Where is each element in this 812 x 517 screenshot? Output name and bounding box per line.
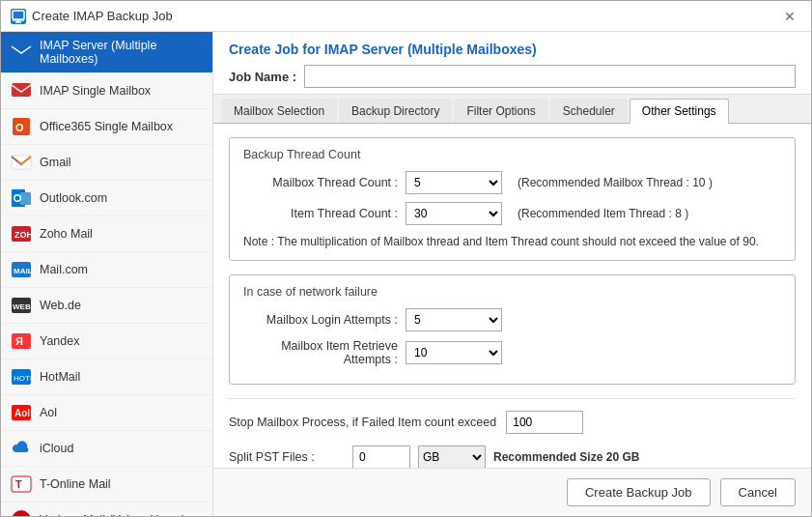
- close-button[interactable]: ✕: [778, 5, 801, 28]
- svg-rect-10: [20, 192, 31, 205]
- aol-icon: Aol: [11, 402, 32, 423]
- item-thread-row: Item Thread Count : 30 5 10 15 20 25 35 …: [243, 202, 781, 225]
- svg-text:Я: Я: [15, 335, 23, 347]
- network-section: In case of network failure Mailbox Login…: [229, 274, 796, 385]
- split-pst-row: Split PST Files : GB MB Recommended Size…: [229, 445, 796, 468]
- svg-text:WEB: WEB: [13, 302, 31, 311]
- svg-rect-8: [12, 156, 31, 169]
- login-attempts-label: Mailbox Login Attempts :: [243, 313, 398, 327]
- network-section-title: In case of network failure: [243, 285, 781, 299]
- sidebar-item-label: Aol: [40, 406, 57, 419]
- sidebar-item-label: IMAP Server (Multiple Mailboxes): [40, 39, 203, 66]
- yandex-icon: Я: [11, 330, 32, 352]
- job-name-label: Job Name :: [229, 70, 296, 84]
- login-attempts-row: Mailbox Login Attempts : 5 1 2 3 4 6 7 8…: [243, 308, 781, 331]
- retrieve-attempts-select[interactable]: 10 5 15 20: [406, 341, 502, 364]
- sidebar-item-imap-multiple[interactable]: IMAP Server (Multiple Mailboxes): [1, 32, 212, 73]
- stop-value-input[interactable]: [506, 411, 583, 434]
- tab-mailbox-selection[interactable]: Mailbox Selection: [221, 99, 337, 123]
- thread-note: Note : The multiplication of Mailbox thr…: [243, 233, 781, 250]
- job-name-row: Job Name :: [229, 65, 796, 88]
- svg-text:T: T: [15, 478, 22, 490]
- panel-header: Create Job for IMAP Server (Multiple Mai…: [213, 32, 811, 95]
- tab-scheduler[interactable]: Scheduler: [550, 99, 628, 123]
- tab-filter-options[interactable]: Filter Options: [454, 99, 547, 123]
- tab-content-other-settings: Backup Thread Count Mailbox Thread Count…: [213, 124, 811, 468]
- sidebar-item-label: Gmail: [40, 156, 71, 169]
- svg-text:Aol: Aol: [14, 408, 30, 418]
- sidebar-item-mailcom[interactable]: MAIL Mail.com: [1, 252, 212, 288]
- sidebar-item-label: Zoho Mail: [40, 227, 93, 241]
- mailbox-thread-recommend: (Recommended Mailbox Thread : 10 ): [518, 176, 713, 189]
- stop-label: Stop Mailbox Process, if Failed Item cou…: [229, 416, 496, 429]
- sidebar-item-label: Yandex: [40, 334, 79, 348]
- sidebar-item-icloud[interactable]: iCloud: [1, 431, 212, 467]
- cancel-button[interactable]: Cancel: [720, 478, 796, 506]
- sidebar-item-label: Mail.com: [40, 263, 88, 276]
- sidebar-item-tonline[interactable]: T T-Online Mail: [1, 467, 212, 503]
- svg-rect-4: [12, 44, 31, 58]
- sidebar-item-label: Office365 Single Mailbox: [40, 120, 173, 133]
- sidebar-item-verizon[interactable]: Y Verizon Mail (Yahoo Users): [1, 503, 212, 516]
- item-thread-recommend: (Recommended Item Thread : 8 ): [518, 207, 688, 220]
- mailbox-thread-select[interactable]: 5 1 2 3 4 6 7 8 9 10: [406, 171, 502, 194]
- sidebar-item-webde[interactable]: WEB Web.de: [1, 288, 212, 324]
- retrieve-attempts-row: Mailbox Item Retrieve Attempts : 10 5 15…: [243, 339, 781, 366]
- mailcom-icon: MAIL: [11, 259, 32, 280]
- panel-title: Create Job for IMAP Server (Multiple Mai…: [229, 42, 796, 57]
- svg-text:ZOHO: ZOHO: [14, 230, 32, 240]
- sidebar: IMAP Server (Multiple Mailboxes) IMAP Si…: [1, 32, 213, 516]
- sidebar-item-label: T-Online Mail: [40, 477, 111, 491]
- tab-backup-directory[interactable]: Backup Directory: [339, 99, 452, 123]
- sidebar-item-label: Outlook.com: [40, 191, 107, 205]
- login-attempts-select[interactable]: 5 1 2 3 4 6 7 8 9 10: [406, 308, 502, 331]
- gmail-icon: [11, 152, 32, 173]
- title-bar-left: Create IMAP Backup Job: [11, 9, 173, 24]
- svg-text:HOTM: HOTM: [14, 374, 32, 383]
- sidebar-item-hotmail[interactable]: HOTM HotMail: [1, 359, 212, 395]
- hotmail-icon: HOTM: [11, 366, 32, 388]
- svg-text:MAIL: MAIL: [14, 267, 32, 275]
- footer: Create Backup Job Cancel: [213, 468, 811, 516]
- retrieve-attempts-label: Mailbox Item Retrieve Attempts :: [243, 339, 398, 366]
- sidebar-item-zoho[interactable]: ZOHO Zoho Mail: [1, 216, 212, 252]
- mailbox-thread-row: Mailbox Thread Count : 5 1 2 3 4 6 7 8 9…: [243, 171, 781, 194]
- title-bar: Create IMAP Backup Job ✕: [1, 1, 811, 32]
- svg-rect-5: [12, 83, 31, 97]
- sidebar-item-label: Web.de: [40, 299, 81, 312]
- split-recommend: Recommended Size 20 GB: [493, 450, 639, 464]
- webde-icon: WEB: [11, 295, 32, 316]
- sidebar-item-aol[interactable]: Aol Aol: [1, 395, 212, 431]
- thread-section-title: Backup Thread Count: [243, 148, 781, 161]
- svg-text:O: O: [15, 122, 24, 133]
- sidebar-item-office365[interactable]: O Office365 Single Mailbox: [1, 109, 212, 145]
- app-icon: [11, 9, 26, 24]
- window-title: Create IMAP Backup Job: [32, 9, 173, 23]
- thread-section: Backup Thread Count Mailbox Thread Count…: [229, 137, 796, 261]
- svg-text:Y: Y: [18, 515, 25, 516]
- create-backup-button[interactable]: Create Backup Job: [567, 478, 711, 506]
- stop-mailbox-row: Stop Mailbox Process, if Failed Item cou…: [229, 398, 796, 434]
- sidebar-item-yandex[interactable]: Я Yandex: [1, 324, 212, 359]
- main-window: Create IMAP Backup Job ✕ IMAP Server (Mu…: [0, 0, 812, 517]
- sidebar-item-label: iCloud: [40, 442, 73, 455]
- tabs-bar: Mailbox Selection Backup Directory Filte…: [213, 95, 811, 124]
- sidebar-item-gmail[interactable]: Gmail: [1, 145, 212, 181]
- zoho-icon: ZOHO: [11, 223, 32, 244]
- outlook-icon: [11, 187, 32, 209]
- split-value-input[interactable]: [352, 445, 410, 468]
- mailbox-thread-label: Mailbox Thread Count :: [243, 176, 398, 189]
- split-unit-select[interactable]: GB MB: [418, 445, 486, 468]
- sidebar-item-label: Verizon Mail (Yahoo Users): [40, 513, 185, 516]
- job-name-input[interactable]: [304, 65, 796, 88]
- imap-single-icon: [11, 80, 32, 101]
- sidebar-item-imap-single[interactable]: IMAP Single Mailbox: [1, 73, 212, 109]
- split-label: Split PST Files :: [229, 450, 345, 464]
- tonline-icon: T: [11, 474, 32, 495]
- item-thread-select[interactable]: 30 5 10 15 20 25 35 40: [406, 202, 502, 225]
- tab-other-settings[interactable]: Other Settings: [630, 99, 729, 124]
- svg-point-12: [15, 196, 20, 201]
- sidebar-item-outlook[interactable]: Outlook.com: [1, 181, 212, 216]
- verizon-icon: Y: [11, 509, 32, 516]
- imap-multiple-icon: [11, 42, 32, 63]
